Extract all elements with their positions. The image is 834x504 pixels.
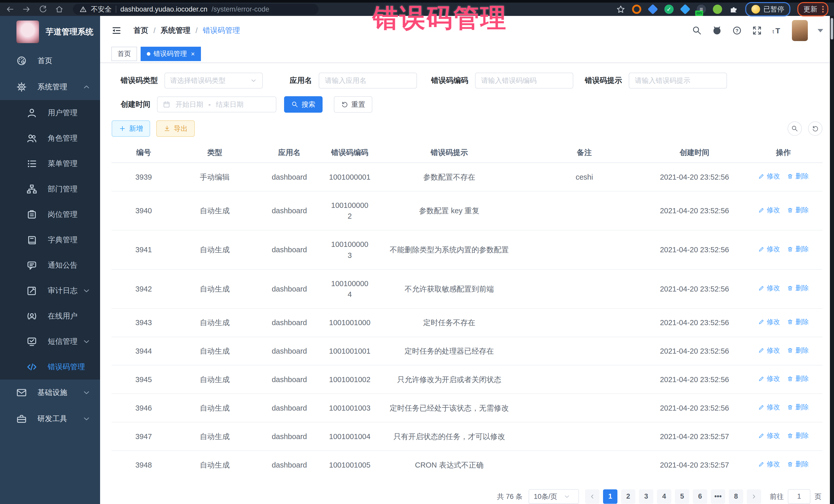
edit-link[interactable]: 修改 [758, 431, 780, 441]
create-time-range-picker[interactable]: 开始日期 - 结束日期 [157, 96, 277, 112]
page-button-3[interactable]: 3 [639, 489, 653, 504]
toggle-search-button[interactable] [788, 122, 802, 136]
delete-link[interactable]: 删除 [787, 346, 809, 355]
sidebar-toggle-icon[interactable] [111, 25, 122, 36]
browser-home-icon[interactable] [55, 5, 64, 14]
cell-actions: 修改删除 [744, 337, 822, 366]
edit-link[interactable]: 修改 [758, 459, 780, 469]
browser-reload-icon[interactable] [39, 5, 47, 14]
sidebar-item-role[interactable]: 角色管理 [0, 126, 100, 151]
filter-date-label: 创建时间 [120, 99, 150, 110]
reset-button[interactable]: 重置 [334, 96, 372, 113]
delete-link[interactable]: 删除 [787, 317, 809, 327]
help-icon[interactable]: ? [732, 25, 742, 36]
sidebar-item-dict[interactable]: 字典管理 [0, 227, 100, 253]
page-button-1[interactable]: 1 [603, 489, 617, 504]
pager-ellipsis[interactable]: ••• [711, 489, 725, 504]
breadcrumb-item-0[interactable]: 首页 [133, 25, 148, 36]
sidebar-item-label: 菜单管理 [48, 159, 78, 169]
table-row: 3947自动生成dashboard1001001004只有开启状态的任务，才可以… [112, 422, 822, 451]
sidebar-item-user[interactable]: 用户管理 [0, 100, 100, 126]
next-page-button[interactable] [747, 489, 761, 504]
sidebar-item-post[interactable]: 岗位管理 [0, 202, 100, 227]
extension-green-check-icon[interactable]: ✓ [664, 5, 674, 14]
scrollbar-thumb[interactable] [831, 18, 833, 40]
chrome-update-chip[interactable]: 更新 [797, 2, 828, 17]
fullscreen-icon[interactable] [752, 25, 762, 36]
edit-link[interactable]: 修改 [758, 205, 780, 215]
edit-link[interactable]: 修改 [758, 283, 780, 293]
calendar-icon [163, 101, 170, 108]
delete-link[interactable]: 删除 [787, 244, 809, 254]
page-size-select[interactable]: 10条/页 [529, 489, 579, 504]
app-shell: 芋道管理系统 首页系统管理用户管理角色管理菜单管理部门管理岗位管理字典管理通知公… [0, 16, 834, 504]
error-msg-input[interactable] [634, 76, 721, 85]
app-logo[interactable]: 芋道管理系统 [0, 16, 100, 48]
cell-id: 3943 [112, 308, 176, 337]
avatar-dropdown-caret-icon[interactable] [817, 29, 823, 32]
extension-puzzle-icon[interactable] [729, 5, 738, 14]
edit-link[interactable]: 修改 [758, 374, 780, 384]
page-button-2[interactable]: 2 [621, 489, 635, 504]
page-button-8[interactable]: 8 [729, 489, 743, 504]
cell-msg: 定时任务已经处于该状态，无需修改 [375, 394, 524, 422]
prev-page-button[interactable] [585, 489, 599, 504]
edit-link[interactable]: 修改 [758, 244, 780, 254]
tab-首页[interactable]: 首页 [111, 47, 137, 61]
sidebar-item-label: 研发工具 [38, 414, 67, 424]
delete-link[interactable]: 删除 [787, 431, 809, 441]
sidebar-item-infra[interactable]: 基础设施 [0, 379, 100, 406]
error-code-input[interactable] [481, 76, 568, 85]
extension-green-key-icon[interactable] [713, 5, 722, 14]
sidebar-item-home[interactable]: 首页 [0, 48, 100, 74]
app-name-input[interactable] [324, 76, 411, 85]
sidebar-item-audit[interactable]: 审计日志 [0, 278, 100, 303]
extension-orange-ring-icon[interactable] [632, 5, 641, 14]
edit-link[interactable]: 修改 [758, 346, 780, 355]
cell-actions: 修改删除 [744, 191, 822, 230]
extension-dark-on-icon[interactable]: ≡on [697, 5, 706, 14]
extension-blue-grid-icon[interactable] [680, 4, 690, 15]
address-bar[interactable]: 不安全 dashboard.yudao.iocoder.cn /system/e… [73, 4, 319, 15]
cell-app: dashboard [254, 163, 325, 191]
bookmark-star-icon[interactable] [616, 5, 625, 14]
sidebar-item-notice[interactable]: 通知公告 [0, 253, 100, 278]
search-button[interactable]: 搜索 [284, 96, 323, 113]
delete-link[interactable]: 删除 [787, 402, 809, 412]
edit-link[interactable]: 修改 [758, 317, 780, 327]
github-icon[interactable] [712, 25, 722, 36]
add-button[interactable]: 新增 [112, 120, 150, 137]
page-button-4[interactable]: 4 [657, 489, 671, 504]
search-icon[interactable] [692, 25, 702, 36]
sidebar-item-devtool[interactable]: 研发工具 [0, 406, 100, 432]
sidebar-item-menu[interactable]: 菜单管理 [0, 151, 100, 176]
delete-link[interactable]: 删除 [787, 459, 809, 469]
delete-link[interactable]: 删除 [787, 171, 809, 181]
sidebar-item-system[interactable]: 系统管理 [0, 74, 100, 100]
user-avatar[interactable] [792, 20, 808, 41]
export-button[interactable]: 导出 [156, 120, 195, 137]
breadcrumb-item-1[interactable]: 系统管理 [161, 25, 191, 36]
sidebar-item-online[interactable]: 在线用户 [0, 303, 100, 329]
edit-link[interactable]: 修改 [758, 171, 780, 181]
tab-错误码管理[interactable]: 错误码管理× [140, 47, 201, 61]
delete-link[interactable]: 删除 [787, 374, 809, 384]
delete-link[interactable]: 删除 [787, 205, 809, 215]
browser-forward-icon[interactable] [22, 5, 31, 14]
delete-link[interactable]: 删除 [787, 283, 809, 293]
sidebar-item-errcode[interactable]: 错误码管理 [0, 354, 100, 379]
sidebar-item-sms[interactable]: 短信管理 [0, 329, 100, 354]
refresh-table-button[interactable] [808, 122, 822, 136]
browser-back-icon[interactable] [6, 5, 14, 14]
extension-blue-gem-icon[interactable] [648, 4, 658, 15]
page-button-6[interactable]: 6 [693, 489, 707, 504]
sync-paused-chip[interactable]: 已暂停 [745, 2, 790, 17]
tab-close-icon[interactable]: × [191, 50, 195, 57]
edit-link[interactable]: 修改 [758, 402, 780, 412]
font-size-icon[interactable]: tT [772, 25, 782, 36]
error-type-select[interactable]: 请选择错误码类型 [164, 73, 263, 89]
kebab-menu-icon[interactable] [822, 6, 824, 13]
sidebar-item-dept[interactable]: 部门管理 [0, 176, 100, 202]
page-button-5[interactable]: 5 [675, 489, 689, 504]
goto-page-input[interactable] [788, 489, 810, 504]
